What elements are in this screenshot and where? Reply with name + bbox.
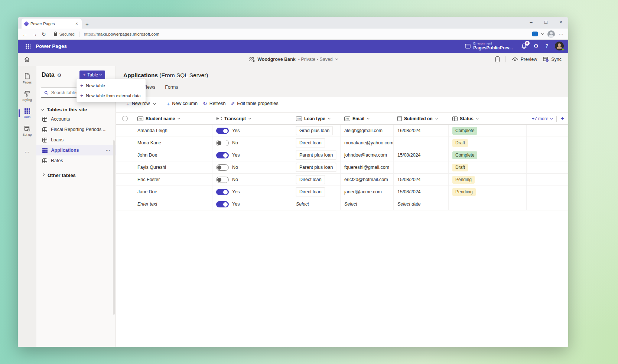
device-preview-icon[interactable]: [495, 56, 500, 62]
chevron-down-icon[interactable]: [541, 32, 544, 35]
waffle-icon[interactable]: [25, 44, 30, 49]
sidebar-item-fiscal-reporting-periods[interactable]: Fiscal Reporting Periods ...: [36, 124, 116, 135]
cell-email[interactable]: aleigh@gmail.com: [341, 125, 394, 137]
cell-email[interactable]: janed@acme.com: [341, 186, 394, 198]
cell-email[interactable]: johndoe@acme.com: [341, 149, 394, 161]
maximize-button[interactable]: □: [539, 17, 553, 27]
new-row-dropdown-icon[interactable]: [153, 101, 156, 104]
back-icon[interactable]: ←: [22, 31, 27, 37]
add-column-icon[interactable]: +: [560, 115, 564, 122]
cell-status[interactable]: Pending: [449, 174, 527, 186]
table-row[interactable]: Amanda Leigh Yes Grad plus loan aleigh@g…: [116, 125, 568, 137]
close-button[interactable]: ×: [553, 17, 568, 27]
nav-item-pages[interactable]: Pages: [18, 70, 36, 87]
data-settings-gear-icon[interactable]: ⚙: [57, 72, 62, 78]
table-more-icon[interactable]: ⋯: [105, 148, 110, 153]
cell-transcript[interactable]: No: [212, 161, 292, 173]
new-table-button[interactable]: + Table: [79, 70, 105, 80]
edit-table-properties-button[interactable]: ✎ Edit table properties: [231, 101, 278, 106]
new-tab-button[interactable]: +: [85, 21, 89, 27]
cell-email[interactable]: monakane@yahoo.com: [341, 137, 394, 149]
cell-loan-type[interactable]: Parent plus loan: [292, 149, 341, 161]
cell-loan-type[interactable]: Grad plus loan: [292, 125, 341, 137]
cell-status[interactable]: Pendiing: [449, 186, 527, 198]
nav-item-data[interactable]: Data: [18, 105, 36, 122]
loan-type-value[interactable]: Grad plus loan: [296, 126, 333, 135]
transcript-toggle[interactable]: [216, 164, 229, 171]
cell-transcript[interactable]: Yes: [212, 125, 292, 137]
cell-submitted-on[interactable]: 15/08/2024: [394, 149, 449, 161]
sidebar-item-loans[interactable]: Loans: [36, 135, 116, 145]
tables-section-header[interactable]: Tables in this site: [36, 105, 116, 114]
browser-tab[interactable]: Power Pages ×: [22, 19, 82, 29]
transcript-toggle[interactable]: [216, 128, 229, 134]
grid-entry-row[interactable]: Enter text Yes Select Select Select date: [116, 198, 568, 210]
user-avatar[interactable]: [555, 42, 564, 50]
nav-more-icon[interactable]: ⋯: [25, 149, 30, 155]
nav-item-styling[interactable]: Styling: [18, 87, 36, 105]
transcript-toggle[interactable]: [216, 140, 229, 146]
table-row[interactable]: Fayis Qureshi No Parent plus loan fquere…: [116, 161, 568, 174]
cell-student-name[interactable]: Eric Foster: [134, 174, 212, 186]
entry-toggle-cell[interactable]: Yes: [212, 198, 292, 210]
entry-text-cell[interactable]: Enter text: [134, 198, 212, 210]
tab-forms[interactable]: Forms: [165, 85, 178, 90]
notifications-button[interactable]: 8: [521, 43, 527, 49]
entry-date-cell[interactable]: Select date: [394, 198, 449, 210]
sidebar-item-accounts[interactable]: Accounts: [36, 114, 116, 124]
loan-type-value[interactable]: Parent plus loan: [296, 151, 336, 160]
entry-status-cell[interactable]: [449, 198, 527, 210]
cell-status[interactable]: Complete: [449, 149, 527, 161]
browser-profile-avatar[interactable]: [547, 30, 555, 38]
cell-transcript[interactable]: Yes: [212, 186, 292, 198]
forward-icon[interactable]: →: [32, 31, 37, 37]
cell-student-name[interactable]: John Doe: [134, 149, 212, 161]
close-tab-icon[interactable]: ×: [75, 21, 79, 26]
column-header-submitted-on[interactable]: Submitted on: [394, 116, 449, 121]
transcript-toggle[interactable]: [216, 152, 229, 158]
environment-picker[interactable]: Environment PagesPublicPrev...: [465, 42, 513, 50]
cell-submitted-on[interactable]: [394, 161, 449, 173]
site-security-chip[interactable]: Secured: [53, 32, 75, 36]
cell-submitted-on[interactable]: 15/08/2024: [394, 174, 449, 186]
collections-icon[interactable]: [532, 32, 538, 36]
url-field[interactable]: https://make.powerpages.microsoft.com: [84, 32, 159, 36]
cell-student-name[interactable]: Fayis Qureshi: [134, 161, 212, 173]
loan-type-value[interactable]: Direct loan: [296, 187, 325, 196]
cell-loan-type[interactable]: Direct loan: [292, 174, 341, 186]
cell-transcript[interactable]: No: [212, 137, 292, 149]
cell-submitted-on[interactable]: 15/08/2024: [394, 186, 449, 198]
sidebar-scrollbar[interactable]: [113, 140, 115, 315]
cell-loan-type[interactable]: Direct loan: [292, 186, 341, 198]
nav-item-set-up[interactable]: Set up: [18, 122, 36, 140]
loan-type-value[interactable]: Direct loan: [296, 175, 325, 184]
sync-button[interactable]: Sync: [543, 56, 562, 62]
table-row[interactable]: Jane Doe Yes Direct loan janed@acme.com …: [116, 186, 568, 198]
column-header-email[interactable]: Email: [341, 116, 394, 121]
home-button[interactable]: [24, 56, 30, 62]
table-row[interactable]: Eric Foster No Direct loan ericf20@hotma…: [116, 174, 568, 186]
entry-email-cell[interactable]: Select: [341, 198, 394, 210]
preview-button[interactable]: Preview: [512, 57, 537, 62]
cell-submitted-on[interactable]: [394, 137, 449, 149]
column-header-transcript[interactable]: Transcript: [212, 116, 292, 121]
cell-loan-type[interactable]: Parent plus loan: [292, 161, 341, 173]
transcript-toggle[interactable]: [216, 189, 229, 195]
cell-email[interactable]: fquereshi@gmail.com: [341, 161, 394, 173]
transcript-toggle[interactable]: [216, 177, 229, 183]
entry-loan-cell[interactable]: Select: [292, 198, 341, 210]
cell-email[interactable]: ericf20@hotmail.com: [341, 174, 394, 186]
cell-loan-type[interactable]: Direct loan: [292, 137, 341, 149]
column-header-loan-type[interactable]: Loan type: [292, 116, 341, 121]
loan-type-value[interactable]: Direct loan: [296, 138, 325, 147]
table-row[interactable]: Mona Kane No Direct loan monakane@yahoo.…: [116, 137, 568, 149]
cell-status[interactable]: Complete: [449, 125, 527, 137]
sidebar-item-rates[interactable]: Rates: [36, 155, 116, 166]
new-column-button[interactable]: + New column: [166, 101, 198, 106]
settings-gear-icon[interactable]: ⚙: [534, 43, 539, 49]
cell-student-name[interactable]: Amanda Leigh: [134, 125, 212, 137]
minimize-button[interactable]: –: [524, 17, 539, 27]
more-columns-button[interactable]: +7 more: [532, 116, 553, 121]
column-header-status[interactable]: Status: [449, 116, 527, 121]
menu-item-new-table-external[interactable]: + New table from external data: [77, 91, 146, 101]
